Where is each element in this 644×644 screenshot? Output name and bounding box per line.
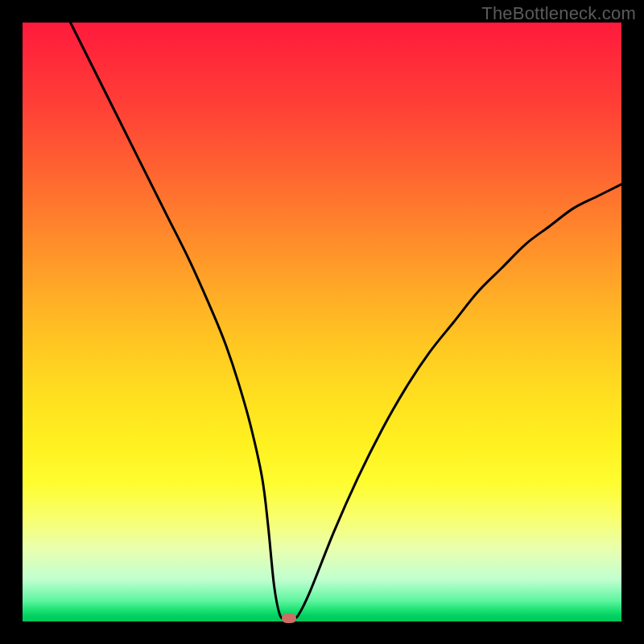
bottleneck-curve xyxy=(23,23,621,621)
optimum-marker xyxy=(282,613,296,623)
plot-area xyxy=(23,23,621,621)
watermark-text: TheBottleneck.com xyxy=(481,3,636,24)
chart-frame: TheBottleneck.com xyxy=(0,0,644,644)
